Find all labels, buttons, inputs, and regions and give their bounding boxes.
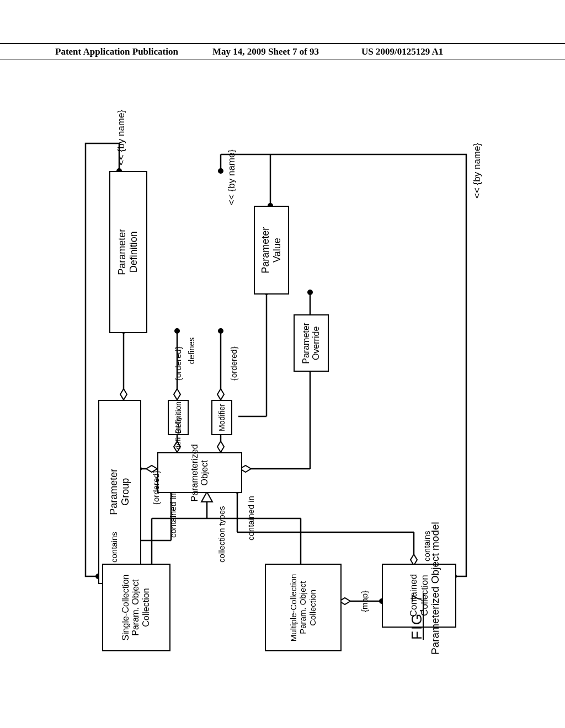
multi-l3: Collection [308, 590, 317, 626]
label-contained-in-1: contained in [168, 493, 178, 538]
label-defined-by: defined by [174, 416, 182, 449]
label-byname-3: << {by name} [472, 143, 483, 199]
modifier: Modifier [217, 404, 226, 431]
param-grp-l1: Parameter [108, 469, 119, 515]
box-parameterized-object: ParameterizedObject [157, 452, 242, 493]
param-def-l2: Definition [129, 231, 140, 272]
header-center: May 14, 2009 Sheet 7 of 93 [212, 46, 319, 57]
box-parameter-definition: ParameterDefinition [109, 171, 147, 333]
figure-number: FIG. 7 [408, 593, 425, 640]
diagram: ParameterDefinition ParameterValue Param… [61, 83, 497, 656]
svg-marker-8 [217, 389, 224, 400]
label-byname-1: << {by name} [116, 110, 127, 165]
svg-point-16 [218, 168, 223, 174]
label-byname-2: << {by name} [226, 149, 237, 205]
label-defines: defines [186, 338, 196, 364]
box-parameter-value: ParameterValue [254, 206, 289, 295]
single-l2: Param. Object [131, 579, 141, 635]
param-ovr-l2: Override [311, 326, 321, 360]
label-map: {map} [360, 591, 369, 612]
header-right: US 2009/0125129 A1 [361, 46, 443, 57]
svg-marker-2 [120, 389, 127, 400]
multi-l2: Param. Object [299, 581, 308, 634]
param-val-l1: Parameter [260, 227, 271, 273]
svg-point-23 [307, 290, 313, 295]
multi-l1: Multiple-Collection [289, 574, 299, 641]
param-val-l2: Value [271, 238, 282, 263]
param-ovr-l1: Parameter [301, 323, 311, 364]
label-contains-1: contains [109, 532, 119, 563]
param-obj-l1: Parameterized [190, 444, 199, 501]
single-l3: Collection [141, 588, 151, 627]
label-collection-types: collection types [217, 506, 226, 563]
label-ordered-1: {ordered} [173, 346, 183, 381]
param-def-l1: Parameter [117, 229, 128, 275]
svg-marker-5 [174, 389, 180, 400]
label-ordered-2: {ordered} [229, 346, 238, 381]
header-left: Patent Application Publication [55, 46, 178, 57]
box-parameter-group: ParameterGroup [98, 400, 141, 584]
box-parameter-override: ParameterOverride [294, 314, 329, 372]
figure-title: Parameterized Object model [429, 522, 441, 655]
box-single-collection: Single-CollectionParam. ObjectCollection [102, 564, 170, 651]
param-grp-l2: Group [120, 478, 131, 506]
svg-marker-24 [217, 441, 224, 452]
label-ordered-3: {ordered} [151, 470, 161, 505]
label-contained-in-2: contained in [246, 496, 255, 540]
single-l1: Single-Collection [121, 574, 130, 640]
box-modifier: Modifier [211, 400, 232, 435]
param-obj-l2: Object [200, 460, 209, 485]
box-multiple-collection: Multiple-CollectionParam. ObjectCollecti… [265, 564, 342, 651]
